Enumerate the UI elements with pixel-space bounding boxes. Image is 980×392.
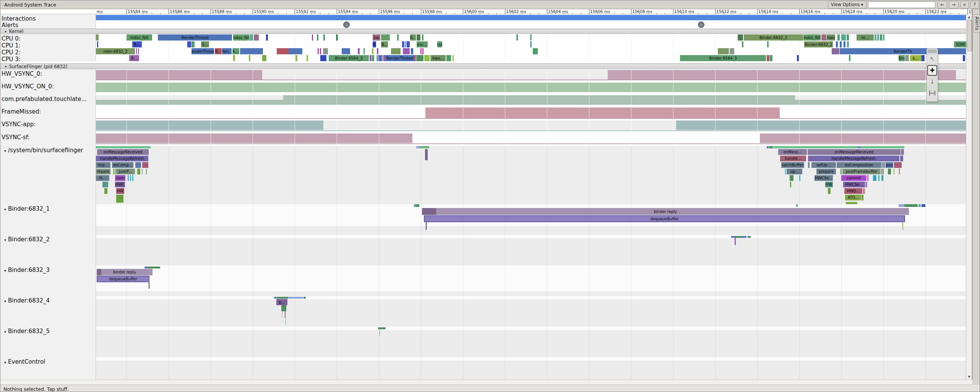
- trace-slice[interactable]: [735, 238, 736, 245]
- trace-slice[interactable]: [416, 146, 420, 148]
- row-track-cpu3[interactable]: B...Binder:9564_3RenderThreadkwo...Binde…: [96, 55, 972, 62]
- trace-slice[interactable]: [530, 41, 532, 47]
- trace-slice[interactable]: [832, 48, 839, 54]
- pan-tool-icon[interactable]: ✚: [927, 65, 937, 76]
- trace-slice[interactable]: [274, 297, 276, 299]
- trace-slice[interactable]: [530, 34, 532, 41]
- row-label-surfaceflinger-thread[interactable]: ▾/system/bin/surfaceflinger: [0, 146, 96, 204]
- trace-slice[interactable]: [411, 48, 413, 54]
- trace-slice[interactable]: [404, 41, 406, 47]
- trace-slice[interactable]: [288, 297, 303, 299]
- trace-slice[interactable]: [425, 149, 428, 160]
- trace-slice-handlemessagerefresh[interactable]: handleMessageRefresh: [808, 156, 899, 161]
- trace-slice[interactable]: [370, 55, 372, 61]
- trace-slice[interactable]: [282, 311, 282, 318]
- trace-slice[interactable]: [307, 55, 308, 61]
- trace-slice[interactable]: [249, 55, 250, 61]
- trace-slice-latchbuffer[interactable]: latchBuffer: [781, 162, 804, 168]
- trace-slice[interactable]: [840, 41, 842, 47]
- trace-slice[interactable]: [295, 55, 297, 61]
- trace-slice-bin[interactable]: Bin: [899, 55, 905, 61]
- row-track-framemissed[interactable]: [96, 107, 972, 120]
- trace-slice[interactable]: [281, 305, 286, 311]
- trace-slice[interactable]: [905, 55, 909, 61]
- trace-slice[interactable]: [861, 146, 904, 148]
- trace-slice[interactable]: [115, 169, 115, 174]
- trace-slice[interactable]: [104, 188, 107, 194]
- trace-slice[interactable]: [142, 162, 148, 168]
- help-button[interactable]: ?: [970, 1, 979, 8]
- collapse-arrow-icon[interactable]: ▾: [4, 330, 6, 334]
- trace-slice[interactable]: [873, 175, 876, 181]
- nav-forward-button[interactable]: →: [949, 1, 959, 8]
- row-track-vsync-sf[interactable]: [96, 133, 972, 146]
- trace-slice[interactable]: [372, 55, 374, 61]
- scrollbar-thumb[interactable]: [967, 20, 972, 51]
- trace-slice[interactable]: [902, 222, 903, 230]
- trace-slice[interactable]: [790, 182, 791, 187]
- trace-slice[interactable]: [742, 41, 743, 47]
- trace-slice[interactable]: [262, 55, 266, 61]
- collapse-arrow-icon[interactable]: ▾: [4, 238, 6, 242]
- trace-slice[interactable]: [847, 41, 849, 47]
- trace-slice-ren-[interactable]: Ren...: [222, 48, 232, 54]
- trace-slice-commit[interactable]: commit: [841, 175, 866, 181]
- trace-slice[interactable]: [422, 48, 423, 54]
- row-label-binder-6832-5[interactable]: ▾Binder:6832_5: [0, 327, 96, 357]
- trace-slice-repare[interactable]: repare: [96, 169, 110, 174]
- trace-slice[interactable]: [767, 146, 769, 148]
- trace-slice-hwd-[interactable]: HWD...: [844, 188, 862, 194]
- alerts-side-tab[interactable]: Alerts: [974, 14, 980, 33]
- collapse-arrow-icon[interactable]: ▾: [4, 207, 6, 211]
- row-track-interactions[interactable]: [96, 14, 972, 21]
- trace-slice[interactable]: [799, 175, 800, 181]
- trace-slice[interactable]: [407, 41, 410, 47]
- trace-slice[interactable]: [233, 55, 235, 61]
- row-track-binder-6832-3[interactable]: binder replydequeueBuffer: [96, 265, 972, 296]
- trace-slice-tup-[interactable]: tUp...: [96, 162, 110, 168]
- trace-slice[interactable]: [837, 34, 840, 41]
- trace-slice[interactable]: [769, 146, 773, 148]
- trace-slice[interactable]: [420, 48, 422, 54]
- trace-slice[interactable]: [277, 48, 289, 54]
- trace-slice[interactable]: [144, 267, 148, 268]
- trace-slice-nder-6832-2[interactable]: nder:6832_2: [96, 48, 135, 54]
- trace-slice[interactable]: [901, 149, 904, 155]
- trace-slice-b-[interactable]: B...: [410, 34, 416, 41]
- trace-slice[interactable]: [135, 162, 141, 168]
- trace-slice[interactable]: [137, 169, 140, 174]
- trace-slice-b-[interactable]: B...: [132, 41, 142, 47]
- view-options-button[interactable]: View Options ▾: [828, 1, 866, 8]
- trace-slice[interactable]: [866, 175, 869, 181]
- trace-slice[interactable]: [358, 48, 360, 54]
- trace-slice-onmess-[interactable]: onMess...: [778, 149, 807, 155]
- trace-slice[interactable]: [877, 34, 879, 41]
- trace-slice-b-[interactable]: B...: [129, 55, 139, 61]
- trace-slice[interactable]: [128, 175, 129, 181]
- trace-slice[interactable]: [881, 169, 884, 174]
- trace-slice[interactable]: [894, 169, 894, 174]
- trace-slice[interactable]: [320, 55, 326, 61]
- trace-slice-onmessagereceived[interactable]: onMessageReceived: [97, 149, 149, 155]
- trace-slice[interactable]: [446, 55, 451, 61]
- trace-slice[interactable]: [414, 55, 416, 61]
- trace-slice[interactable]: [899, 204, 904, 207]
- trace-slice[interactable]: [846, 202, 857, 204]
- trace-slice-binder-9564-3[interactable]: Binder:9564_3: [680, 55, 766, 61]
- trace-slice-mdss-fb0[interactable]: mdss_fb0: [127, 34, 152, 41]
- trace-slice[interactable]: [888, 169, 891, 174]
- collapse-arrow-icon[interactable]: ▾: [4, 299, 6, 303]
- trace-slice[interactable]: [730, 48, 734, 54]
- trace-slice-docomposition[interactable]: doComposition: [837, 162, 881, 168]
- trace-slice[interactable]: [380, 329, 380, 336]
- trace-slice[interactable]: [453, 55, 454, 61]
- trace-slice[interactable]: [533, 48, 538, 54]
- trace-slice[interactable]: [402, 41, 404, 47]
- trace-slice-binder-reply[interactable]: binder reply: [422, 208, 909, 215]
- collapse-arrow-icon[interactable]: ▸: [5, 29, 7, 33]
- nav-back-button[interactable]: ←: [938, 1, 948, 8]
- trace-slice[interactable]: [391, 48, 401, 54]
- trace-slice[interactable]: [312, 34, 313, 41]
- trace-slice[interactable]: [403, 48, 410, 54]
- trace-slice[interactable]: [96, 34, 99, 41]
